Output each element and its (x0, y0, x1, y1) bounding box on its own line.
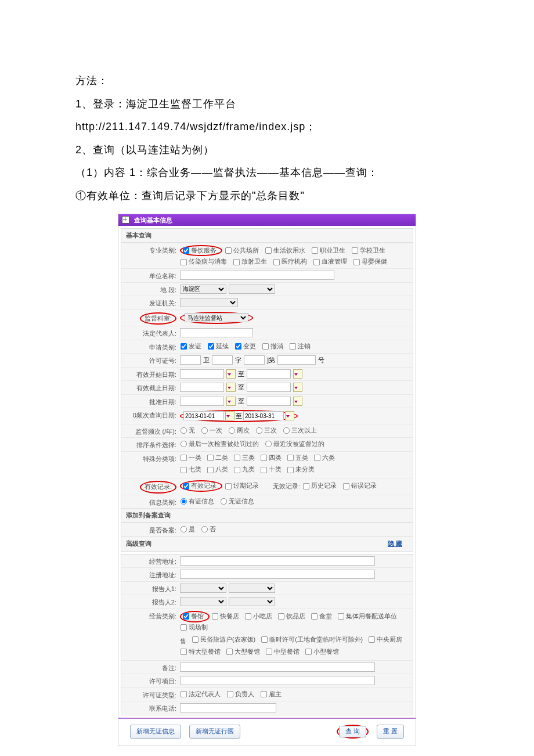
cb-wxjl-1[interactable]: 错误记录 (342, 481, 377, 491)
cb-zylb-0[interactable]: 餐饮服务 (182, 246, 217, 255)
input-yxks-to[interactable] (247, 369, 291, 379)
cb-zylb-1[interactable]: 公共场所 (225, 246, 259, 255)
select-bgr2-b[interactable] (229, 597, 275, 606)
input-yxjz-to[interactable] (247, 383, 291, 392)
cb-xkzlx-1[interactable]: 负责人 (226, 690, 254, 699)
cb-sqlb-3[interactable]: 撤消 (262, 342, 283, 351)
cb-wxjl-0[interactable]: 历史记录 (302, 481, 337, 491)
rb-jdpc-4[interactable]: 三次以上 (283, 426, 317, 435)
cb-zylb-5[interactable]: 传染病与消毒 (180, 257, 227, 267)
cb-zylb-7[interactable]: 医疗机构 (273, 257, 307, 267)
cb-jylb1-2[interactable]: 小吃店 (244, 612, 272, 621)
cb-jylb1-3[interactable]: 饮品店 (277, 612, 305, 621)
cb-jylb1-1[interactable]: 快餐店 (211, 612, 239, 621)
cb-yxjl-0[interactable]: 有效记录 (182, 481, 217, 491)
cb-tsfl2-2[interactable]: 九类 (233, 465, 255, 474)
cb-tsfl2-3[interactable]: 十类 (260, 465, 282, 474)
select-jgks[interactable]: 马连洼监督站 (185, 313, 248, 322)
select-fzjg[interactable] (180, 298, 238, 307)
button-add-wzxy[interactable]: 新增无证行医 (189, 725, 240, 739)
cb-zylb-9[interactable]: 母婴保健 (353, 257, 387, 267)
label-xkzlx: 许可证类型: (121, 689, 180, 700)
rb-sfba-0[interactable]: 是 (180, 525, 195, 534)
cb-tsfl1-4[interactable]: 五类 (287, 453, 308, 463)
input-jydz[interactable] (180, 556, 375, 566)
cb-tsfl2-1[interactable]: 八类 (207, 465, 228, 474)
cb-zylb-6[interactable]: 放射卫生 (233, 257, 267, 267)
input-xkxm[interactable] (180, 676, 375, 685)
rb-jdpc-3[interactable]: 三次 (255, 426, 277, 435)
input-zcdz[interactable] (180, 570, 375, 579)
select-dy-2[interactable] (229, 285, 275, 294)
input-fddbr[interactable] (180, 328, 253, 337)
cb-zylb-8[interactable]: 血液管理 (313, 257, 347, 267)
link-hide[interactable]: 隐 藏 (388, 539, 408, 549)
cb-tsfl1-3[interactable]: 四类 (260, 453, 282, 463)
rb-sfba-1[interactable]: 否 (201, 525, 216, 534)
calendar-icon[interactable] (293, 369, 302, 379)
cb-jylb1-6[interactable]: 现场制 (180, 623, 208, 632)
section-addfile-title: 添加到备案查询 (121, 508, 413, 523)
rb-pxtj-1[interactable]: 最近没被监督过的 (265, 440, 324, 449)
rb-xxlb-0[interactable]: 有证信息 (180, 497, 214, 506)
rb-jdpc-2[interactable]: 两次 (228, 426, 250, 435)
input-yxjz-from[interactable] (180, 383, 224, 392)
cb-xkzlx-0[interactable]: 法定代表人 (180, 690, 221, 699)
cb-sqlb-0[interactable]: 发证 (180, 342, 201, 351)
cb-jylb3-3[interactable]: 小型餐馆 (305, 647, 339, 657)
rb-pxtj-0[interactable]: 最后一次检查被处罚过的 (180, 440, 259, 449)
rb-xxlb-1[interactable]: 无证信息 (220, 497, 254, 506)
input-xkz-4[interactable] (277, 355, 316, 365)
select-dy-1[interactable]: 海淀区 (180, 285, 226, 294)
cb-tsfl1-0[interactable]: 一类 (180, 453, 201, 463)
input-xkz-2[interactable] (212, 355, 233, 365)
cb-tsfl1-1[interactable]: 二类 (207, 453, 228, 463)
rb-jdpc-1[interactable]: 一次 (201, 426, 222, 435)
calendar-icon[interactable] (226, 369, 236, 379)
input-pccx-from[interactable] (183, 411, 224, 420)
cb-jylb1-0[interactable]: 餐馆 (182, 612, 204, 621)
button-add-wz[interactable]: 新增无证信息 (130, 725, 181, 739)
calendar-icon[interactable] (226, 397, 236, 406)
cb-tsfl1-2[interactable]: 三类 (233, 453, 255, 463)
calendar-icon[interactable] (285, 411, 294, 420)
input-pzrq-to[interactable] (247, 397, 291, 406)
cb-sqlb-1[interactable]: 延续 (207, 342, 229, 351)
cb-sqlb-2[interactable]: 变更 (234, 342, 256, 351)
calendar-icon[interactable] (225, 411, 234, 420)
select-bgr1-a[interactable] (180, 584, 226, 593)
cb-zylb-2[interactable]: 生活饮用水 (265, 246, 305, 255)
button-query[interactable]: 查 询 (339, 726, 366, 737)
input-xkz-1[interactable] (180, 355, 201, 365)
cb-sqlb-4[interactable]: 注销 (289, 342, 311, 351)
cb-jylb2-1[interactable]: 临时许可(工地食堂临时许可除外) (261, 635, 363, 645)
rb-jdpc-0[interactable]: 无 (180, 426, 195, 435)
input-bz[interactable] (180, 663, 375, 672)
cb-tsfl2-4[interactable]: 未分类 (287, 465, 315, 474)
cb-jylb2-2[interactable]: 中央厨房 (368, 635, 402, 645)
select-bgr1-b[interactable] (229, 584, 275, 593)
input-lxdh[interactable] (180, 703, 276, 712)
cb-jylb3-0[interactable]: 特大型餐馆 (180, 647, 221, 657)
input-xkz-3[interactable] (244, 355, 265, 365)
cb-tsfl2-0[interactable]: 七类 (180, 465, 201, 474)
select-bgr2-a[interactable] (180, 597, 226, 606)
cb-jylb3-1[interactable]: 大型餐馆 (226, 647, 260, 657)
button-reset[interactable]: 重 置 (377, 725, 404, 739)
input-yxks-from[interactable] (180, 369, 224, 379)
input-pzrq-from[interactable] (180, 397, 224, 406)
cb-tsfl1-5[interactable]: 六类 (313, 453, 335, 463)
input-dwmc[interactable] (180, 271, 334, 280)
cb-jylb2-0[interactable]: 民俗旅游户(农家饭) (192, 635, 255, 645)
cb-zylb-3[interactable]: 职业卫生 (311, 246, 345, 255)
cb-yxjl-1[interactable]: 过期记录 (225, 481, 259, 491)
calendar-icon[interactable] (293, 383, 302, 392)
cb-zylb-4[interactable]: 学校卫生 (351, 246, 385, 255)
cb-xkzlx-2[interactable]: 雇主 (260, 690, 282, 699)
cb-jylb1-5[interactable]: 集体用餐配送单位 (337, 612, 397, 621)
cb-jylb1-4[interactable]: 食堂 (311, 612, 332, 621)
input-pccx-to[interactable] (243, 411, 284, 420)
cb-jylb3-2[interactable]: 中型餐馆 (265, 647, 300, 657)
calendar-icon[interactable] (226, 383, 236, 392)
calendar-icon[interactable] (293, 397, 302, 406)
